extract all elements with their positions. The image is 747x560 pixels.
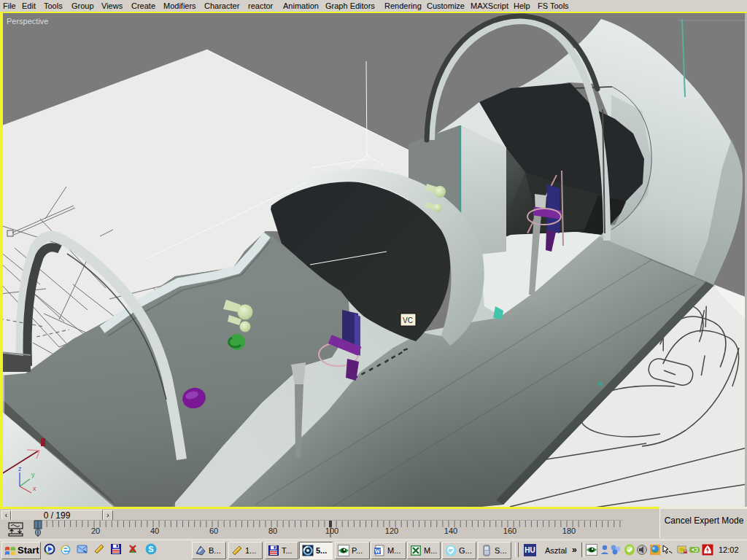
svg-text:x: x [33,485,36,492]
svg-text:60: 60 [209,526,218,535]
svg-text:120: 120 [385,526,398,535]
svg-text:S: S [148,545,153,553]
svg-text:100: 100 [325,526,338,535]
svg-text:W: W [375,548,381,555]
svg-text:VC: VC [403,316,413,324]
svg-text:80: 80 [268,526,277,535]
svg-text:Perspective: Perspective [7,17,48,26]
svg-text:20: 20 [91,526,100,535]
svg-text:z: z [18,465,22,472]
svg-text:160: 160 [503,526,516,535]
svg-text:40: 40 [150,526,159,535]
svg-text:y: y [31,471,35,478]
svg-text:140: 140 [444,526,457,535]
svg-text:180: 180 [562,526,576,535]
